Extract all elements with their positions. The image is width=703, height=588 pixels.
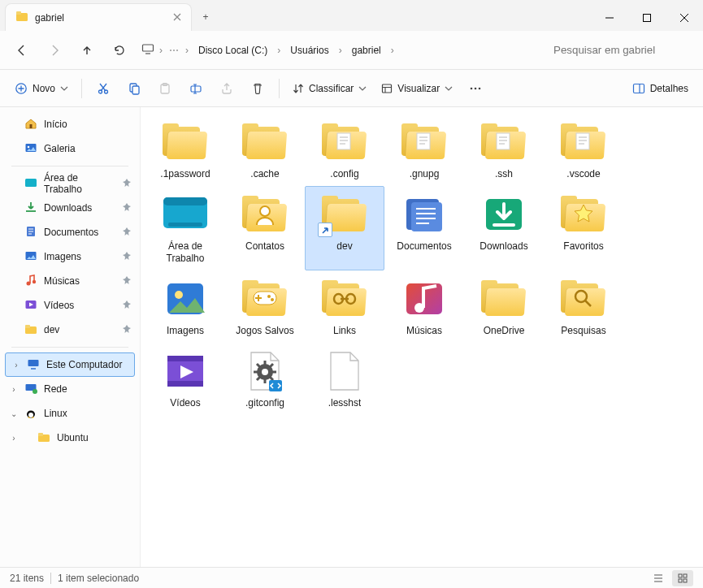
chevron-right-icon[interactable]: › [389,45,396,56]
sidebar-item-ubuntu[interactable]: ›Ubuntu [3,426,137,450]
grid-item[interactable]: .ssh [464,114,544,186]
grid-item[interactable]: Área de Trabalho [145,186,225,270]
sidebar-item-rede[interactable]: ›Rede [3,377,137,401]
close-tab-button[interactable] [173,12,181,24]
svg-rect-20 [25,179,37,187]
breadcrumb-item[interactable]: Usuários [285,41,333,59]
breadcrumb-item[interactable]: Disco Local (C:) [193,41,272,59]
grid-item[interactable]: Documentos [384,186,464,270]
svg-rect-36 [417,133,430,149]
svg-point-14 [475,87,477,89]
breadcrumb[interactable]: › ⋯ › Disco Local (C:) › Usuários › gabr… [138,41,542,59]
back-button[interactable] [8,37,36,64]
sidebar-item-label: Imagens [44,251,81,262]
view-label: Visualizar [397,83,440,94]
sidebar-item--rea-de-trabalho[interactable]: Área de Trabalho [3,171,137,196]
downloads-icon [481,194,527,235]
nav-icon [37,430,50,446]
new-button[interactable]: Novo [8,76,75,102]
up-button[interactable] [73,37,101,64]
sidebar-item-dev[interactable]: dev [3,318,137,342]
new-tab-button[interactable]: + [192,3,219,31]
tab-title: gabriel [35,12,64,24]
sidebar-item-m-sicas[interactable]: Músicas [3,269,137,293]
more-button[interactable] [461,76,490,102]
chevron-down-icon [60,84,68,93]
grid-item[interactable]: dev [305,186,384,270]
sidebar-item-este-computador[interactable]: ›Este Computador [5,352,135,377]
item-icon [393,119,456,165]
grid-item[interactable]: .cache [225,114,305,186]
grid-item[interactable]: Downloads [464,186,544,270]
rename-button[interactable] [181,76,210,102]
sidebar-item-label: Linux [44,408,67,419]
grid-item[interactable]: Contatos [225,186,305,270]
sidebar-item-v-deos[interactable]: Vídeos [3,293,137,318]
nav-icon [24,141,37,157]
breadcrumb-item[interactable]: gabriel [347,41,386,59]
grid-item[interactable]: .vscode [544,114,623,186]
minimize-button[interactable] [591,5,628,31]
share-button[interactable] [212,76,241,102]
delete-button[interactable] [243,76,272,102]
sidebar-item-linux[interactable]: ⌄Linux [3,401,137,426]
svg-rect-34 [38,433,43,436]
details-pane-button[interactable]: Detalhes [626,76,695,102]
copy-button[interactable] [119,76,149,102]
grid-item[interactable]: .config [305,114,384,186]
expand-icon[interactable]: › [8,385,20,394]
status-item-count: 21 itens [10,573,44,584]
svg-rect-16 [633,84,644,93]
breadcrumb-overflow[interactable]: ⋯ [167,45,180,56]
refresh-button[interactable] [106,37,133,64]
svg-point-49 [267,295,271,298]
sidebar-item-galeria[interactable]: Galeria [3,136,137,161]
grid-item[interactable]: .lesshst [305,343,384,415]
svg-point-19 [28,145,30,148]
item-icon [313,119,376,165]
grid-item[interactable]: .1password [145,114,225,186]
grid-item[interactable]: Imagens [145,270,225,343]
sidebar-item-downloads[interactable]: Downloads [3,196,137,220]
maximize-button[interactable] [628,5,666,31]
expand-icon[interactable]: ⌄ [8,409,20,418]
grid-item[interactable]: .gnupg [384,114,464,186]
nav-icon [24,117,37,132]
grid-item[interactable]: Vídeos [145,343,225,415]
expand-icon[interactable]: › [11,361,22,370]
grid-item[interactable]: Pesquisas [544,270,623,343]
grid-item[interactable]: Músicas [384,270,464,343]
grid-item[interactable]: OneDrive [464,270,544,343]
sort-button[interactable]: Classificar [286,76,373,102]
expand-icon[interactable]: › [8,434,20,443]
grid-item[interactable]: Favoritos [544,186,623,270]
chevron-right-icon[interactable]: › [337,45,344,56]
chevron-right-icon[interactable]: › [158,45,164,56]
chevron-right-icon[interactable]: › [184,45,190,56]
icons-view-button[interactable] [672,570,693,586]
grid-item[interactable]: Jogos Salvos [225,270,305,343]
pin-icon [122,178,132,190]
content-area[interactable]: .1password .cache .config .gnupg .ssh .v… [141,107,703,567]
sidebar-item-documentos[interactable]: Documentos [3,220,137,244]
close-window-button[interactable] [666,5,703,31]
svg-point-50 [271,298,274,301]
svg-point-55 [575,291,587,302]
cut-button[interactable] [89,76,118,102]
svg-rect-41 [168,223,202,227]
view-button[interactable]: Visualizar [375,76,459,102]
sidebar-item-label: Início [44,119,67,130]
item-label: .config [330,168,358,180]
grid-item[interactable]: Links [305,270,384,343]
search-input[interactable] [547,37,695,63]
chevron-right-icon[interactable]: › [276,45,282,56]
details-view-button[interactable] [648,570,669,586]
item-icon [552,192,615,237]
paste-button[interactable] [150,76,180,102]
grid-item[interactable]: .gitconfig [225,343,305,415]
sidebar-item-imagens[interactable]: Imagens [3,244,137,269]
tab-current[interactable]: gabriel [5,3,192,31]
sidebar-item-in-cio[interactable]: Início [3,112,137,136]
forward-button[interactable] [41,37,68,64]
desktop-icon [160,195,210,234]
